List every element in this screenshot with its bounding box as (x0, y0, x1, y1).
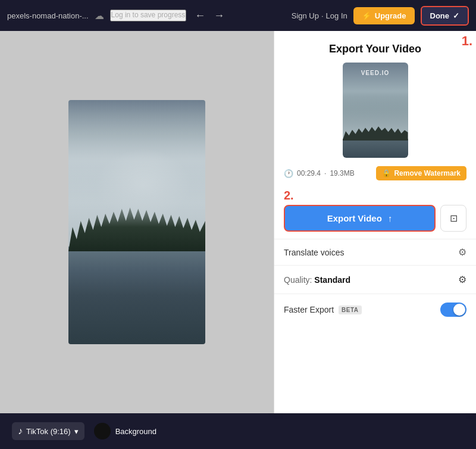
panel-thumbnail-wrap: VEED.IO (274, 63, 476, 166)
meta-size: 19.3MB (330, 169, 354, 177)
quality-gear-icon[interactable]: ⚙ (458, 274, 466, 285)
clock-icon: 🕐 (284, 169, 293, 178)
done-label: Done (430, 11, 450, 20)
meta-separator: · (324, 169, 326, 177)
done-check-icon: ✓ (453, 11, 459, 20)
upgrade-button[interactable]: ⚡ Upgrade (353, 7, 415, 24)
remove-watermark-label: Remove Watermark (394, 169, 461, 177)
redo-button[interactable]: → (211, 8, 227, 23)
bottom-bar: ♪ TikTok (9:16) ▾ Background (0, 413, 476, 449)
auth-links: Sign Up · Log In (292, 11, 347, 20)
tiktok-chevron-icon: ▾ (74, 427, 79, 436)
translate-voices-row[interactable]: Translate voices ⚙ (274, 239, 476, 265)
cloud-icon: ☁ (95, 10, 104, 21)
upgrade-label: Upgrade (375, 11, 406, 20)
tiktok-label: TikTok (9:16) (26, 427, 71, 436)
export-btn-row: Export Video ↑ ⊡ (274, 205, 476, 239)
export-extra-icon: ⊡ (450, 213, 458, 224)
translate-icon: ⚙ (458, 247, 466, 258)
panel-meta: 🕐 00:29.4 · 19.3MB 🔒 Remove Watermark (274, 166, 476, 189)
canvas-area (0, 31, 274, 413)
upgrade-icon: ⚡ (362, 11, 371, 20)
panel-meta-left: 🕐 00:29.4 · 19.3MB (284, 169, 355, 178)
filename-label: pexels-nomad-nation-... (7, 11, 89, 20)
export-panel-title: Export Your Video (274, 31, 476, 63)
log-in-link[interactable]: Log In (326, 11, 347, 20)
meta-time: 00:29.4 (297, 169, 321, 177)
annotation-1: 1. (462, 33, 472, 49)
background-selector[interactable]: Background (94, 423, 156, 439)
auth-separator: · (321, 11, 324, 20)
background-color-circle (94, 423, 111, 439)
export-video-button[interactable]: Export Video ↑ (284, 205, 436, 232)
panel-thumbnail: VEED.IO (343, 63, 408, 158)
faster-export-toggle[interactable] (440, 303, 466, 317)
undo-button[interactable]: ← (192, 8, 208, 23)
faster-export-row: Faster Export BETA (274, 294, 476, 325)
tiktok-icon: ♪ (18, 426, 23, 436)
faster-export-label: Faster Export (284, 305, 334, 314)
export-video-label: Export Video (327, 213, 382, 223)
translate-voices-label: Translate voices (284, 248, 344, 257)
topbar: pexels-nomad-nation-... ☁ Log in to save… (0, 0, 476, 31)
nav-arrows: ← → (192, 8, 227, 23)
background-label: Background (115, 427, 156, 436)
save-progress-button[interactable]: Log in to save progress (110, 10, 187, 21)
remove-watermark-button[interactable]: 🔒 Remove Watermark (376, 166, 466, 180)
main-area: Export Your Video VEED.IO 🕐 00:29.4 · 19… (0, 31, 476, 413)
export-panel: Export Your Video VEED.IO 🕐 00:29.4 · 19… (274, 31, 476, 413)
quality-label: Quality: (284, 275, 312, 285)
canvas-video-preview (68, 100, 205, 344)
toggle-knob (453, 304, 465, 316)
annotation-2: 2. (274, 189, 476, 205)
export-extra-button[interactable]: ⊡ (440, 205, 466, 232)
sign-up-link[interactable]: Sign Up (292, 11, 319, 20)
tiktok-format-selector[interactable]: ♪ TikTok (9:16) ▾ (12, 422, 84, 440)
lock-icon: 🔒 (382, 169, 391, 177)
watermark-text: VEED.IO (343, 70, 408, 76)
faster-export-label-wrap: Faster Export BETA (284, 305, 362, 314)
done-button[interactable]: Done ✓ (421, 6, 469, 26)
beta-badge: BETA (339, 305, 361, 314)
quality-row: Quality: Standard ⚙ (274, 265, 476, 294)
export-upload-icon: ↑ (388, 213, 393, 223)
quality-value: Standard (314, 275, 350, 285)
